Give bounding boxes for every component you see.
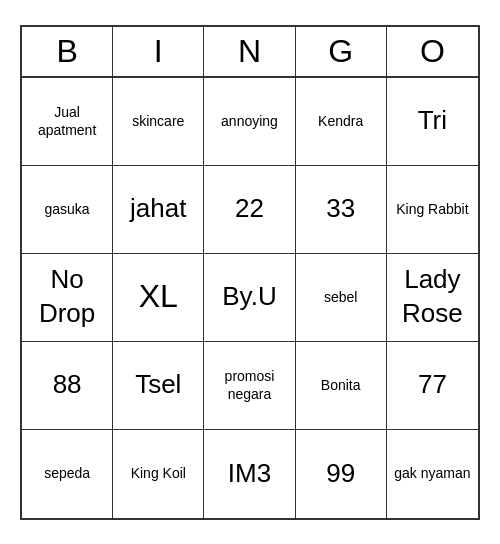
bingo-header: BINGO <box>22 27 478 78</box>
header-letter: B <box>22 27 113 76</box>
header-letter: N <box>204 27 295 76</box>
bingo-cell[interactable]: Lady Rose <box>387 254 478 342</box>
bingo-cell[interactable]: XL <box>113 254 204 342</box>
bingo-cell[interactable]: skincare <box>113 78 204 166</box>
bingo-cell[interactable]: gak nyaman <box>387 430 478 518</box>
bingo-cell[interactable]: Kendra <box>296 78 387 166</box>
bingo-cell[interactable]: sepeda <box>22 430 113 518</box>
bingo-cell[interactable]: Jual apatment <box>22 78 113 166</box>
bingo-cell[interactable]: 77 <box>387 342 478 430</box>
header-letter: O <box>387 27 478 76</box>
bingo-cell[interactable]: 33 <box>296 166 387 254</box>
bingo-cell[interactable]: King Koil <box>113 430 204 518</box>
bingo-cell[interactable]: By.U <box>204 254 295 342</box>
bingo-cell[interactable]: Tri <box>387 78 478 166</box>
bingo-cell[interactable]: gasuka <box>22 166 113 254</box>
bingo-cell[interactable]: jahat <box>113 166 204 254</box>
bingo-cell[interactable]: No Drop <box>22 254 113 342</box>
bingo-cell[interactable]: promosi negara <box>204 342 295 430</box>
bingo-cell[interactable]: Tsel <box>113 342 204 430</box>
bingo-cell[interactable]: 99 <box>296 430 387 518</box>
bingo-grid: Jual apatmentskincareannoyingKendraTriga… <box>22 78 478 518</box>
bingo-cell[interactable]: Bonita <box>296 342 387 430</box>
bingo-cell[interactable]: 88 <box>22 342 113 430</box>
bingo-cell[interactable]: 22 <box>204 166 295 254</box>
header-letter: I <box>113 27 204 76</box>
bingo-cell[interactable]: annoying <box>204 78 295 166</box>
bingo-cell[interactable]: sebel <box>296 254 387 342</box>
bingo-cell[interactable]: IM3 <box>204 430 295 518</box>
bingo-card: BINGO Jual apatmentskincareannoyingKendr… <box>20 25 480 520</box>
header-letter: G <box>296 27 387 76</box>
bingo-cell[interactable]: King Rabbit <box>387 166 478 254</box>
